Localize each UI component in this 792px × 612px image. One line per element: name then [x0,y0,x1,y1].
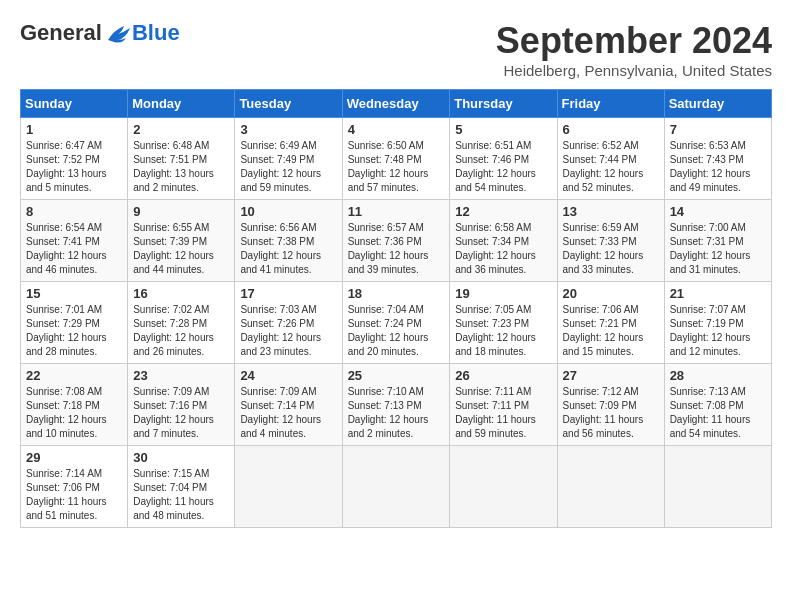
day-number: 18 [348,286,445,301]
day-info: Sunrise: 6:51 AM Sunset: 7:46 PM Dayligh… [455,139,551,195]
calendar-cell: 30Sunrise: 7:15 AM Sunset: 7:04 PM Dayli… [128,446,235,528]
day-number: 13 [563,204,659,219]
day-number: 30 [133,450,229,465]
day-info: Sunrise: 6:56 AM Sunset: 7:38 PM Dayligh… [240,221,336,277]
calendar-cell: 26Sunrise: 7:11 AM Sunset: 7:11 PM Dayli… [450,364,557,446]
day-info: Sunrise: 7:15 AM Sunset: 7:04 PM Dayligh… [133,467,229,523]
col-header-monday: Monday [128,90,235,118]
calendar-header-row: SundayMondayTuesdayWednesdayThursdayFrid… [21,90,772,118]
calendar-cell: 23Sunrise: 7:09 AM Sunset: 7:16 PM Dayli… [128,364,235,446]
day-info: Sunrise: 6:53 AM Sunset: 7:43 PM Dayligh… [670,139,766,195]
calendar-cell: 2Sunrise: 6:48 AM Sunset: 7:51 PM Daylig… [128,118,235,200]
day-info: Sunrise: 7:04 AM Sunset: 7:24 PM Dayligh… [348,303,445,359]
calendar-cell: 28Sunrise: 7:13 AM Sunset: 7:08 PM Dayli… [664,364,771,446]
page-header: General Blue September 2024 Heidelberg, … [20,20,772,79]
calendar-cell: 5Sunrise: 6:51 AM Sunset: 7:46 PM Daylig… [450,118,557,200]
calendar-cell [235,446,342,528]
day-number: 22 [26,368,122,383]
day-info: Sunrise: 6:58 AM Sunset: 7:34 PM Dayligh… [455,221,551,277]
calendar-table: SundayMondayTuesdayWednesdayThursdayFrid… [20,89,772,528]
day-info: Sunrise: 7:07 AM Sunset: 7:19 PM Dayligh… [670,303,766,359]
col-header-thursday: Thursday [450,90,557,118]
day-number: 21 [670,286,766,301]
day-info: Sunrise: 6:52 AM Sunset: 7:44 PM Dayligh… [563,139,659,195]
calendar-cell: 27Sunrise: 7:12 AM Sunset: 7:09 PM Dayli… [557,364,664,446]
calendar-cell [664,446,771,528]
calendar-cell: 11Sunrise: 6:57 AM Sunset: 7:36 PM Dayli… [342,200,450,282]
col-header-sunday: Sunday [21,90,128,118]
calendar-cell [557,446,664,528]
day-info: Sunrise: 7:03 AM Sunset: 7:26 PM Dayligh… [240,303,336,359]
day-number: 4 [348,122,445,137]
calendar-cell [342,446,450,528]
day-number: 2 [133,122,229,137]
day-info: Sunrise: 7:09 AM Sunset: 7:16 PM Dayligh… [133,385,229,441]
day-info: Sunrise: 7:08 AM Sunset: 7:18 PM Dayligh… [26,385,122,441]
day-number: 19 [455,286,551,301]
day-number: 6 [563,122,659,137]
location-text: Heidelberg, Pennsylvania, United States [496,62,772,79]
day-info: Sunrise: 7:00 AM Sunset: 7:31 PM Dayligh… [670,221,766,277]
calendar-week-row: 22Sunrise: 7:08 AM Sunset: 7:18 PM Dayli… [21,364,772,446]
calendar-cell: 16Sunrise: 7:02 AM Sunset: 7:28 PM Dayli… [128,282,235,364]
day-number: 15 [26,286,122,301]
calendar-cell: 15Sunrise: 7:01 AM Sunset: 7:29 PM Dayli… [21,282,128,364]
day-number: 14 [670,204,766,219]
calendar-cell: 3Sunrise: 6:49 AM Sunset: 7:49 PM Daylig… [235,118,342,200]
day-info: Sunrise: 6:57 AM Sunset: 7:36 PM Dayligh… [348,221,445,277]
calendar-cell: 6Sunrise: 6:52 AM Sunset: 7:44 PM Daylig… [557,118,664,200]
day-number: 7 [670,122,766,137]
logo-blue-text: Blue [132,20,180,46]
calendar-cell: 20Sunrise: 7:06 AM Sunset: 7:21 PM Dayli… [557,282,664,364]
day-number: 25 [348,368,445,383]
day-info: Sunrise: 6:54 AM Sunset: 7:41 PM Dayligh… [26,221,122,277]
day-info: Sunrise: 7:12 AM Sunset: 7:09 PM Dayligh… [563,385,659,441]
day-number: 27 [563,368,659,383]
calendar-cell: 18Sunrise: 7:04 AM Sunset: 7:24 PM Dayli… [342,282,450,364]
day-info: Sunrise: 7:02 AM Sunset: 7:28 PM Dayligh… [133,303,229,359]
calendar-cell: 10Sunrise: 6:56 AM Sunset: 7:38 PM Dayli… [235,200,342,282]
day-info: Sunrise: 7:06 AM Sunset: 7:21 PM Dayligh… [563,303,659,359]
day-number: 1 [26,122,122,137]
day-info: Sunrise: 7:10 AM Sunset: 7:13 PM Dayligh… [348,385,445,441]
calendar-week-row: 1Sunrise: 6:47 AM Sunset: 7:52 PM Daylig… [21,118,772,200]
day-number: 10 [240,204,336,219]
calendar-cell: 7Sunrise: 6:53 AM Sunset: 7:43 PM Daylig… [664,118,771,200]
day-number: 5 [455,122,551,137]
calendar-cell: 13Sunrise: 6:59 AM Sunset: 7:33 PM Dayli… [557,200,664,282]
calendar-cell: 12Sunrise: 6:58 AM Sunset: 7:34 PM Dayli… [450,200,557,282]
calendar-cell [450,446,557,528]
day-number: 8 [26,204,122,219]
day-number: 28 [670,368,766,383]
calendar-cell: 25Sunrise: 7:10 AM Sunset: 7:13 PM Dayli… [342,364,450,446]
day-info: Sunrise: 6:59 AM Sunset: 7:33 PM Dayligh… [563,221,659,277]
day-info: Sunrise: 7:09 AM Sunset: 7:14 PM Dayligh… [240,385,336,441]
day-info: Sunrise: 7:13 AM Sunset: 7:08 PM Dayligh… [670,385,766,441]
day-info: Sunrise: 7:11 AM Sunset: 7:11 PM Dayligh… [455,385,551,441]
col-header-tuesday: Tuesday [235,90,342,118]
day-number: 11 [348,204,445,219]
day-number: 9 [133,204,229,219]
day-number: 26 [455,368,551,383]
calendar-week-row: 29Sunrise: 7:14 AM Sunset: 7:06 PM Dayli… [21,446,772,528]
calendar-cell: 29Sunrise: 7:14 AM Sunset: 7:06 PM Dayli… [21,446,128,528]
calendar-cell: 19Sunrise: 7:05 AM Sunset: 7:23 PM Dayli… [450,282,557,364]
title-section: September 2024 Heidelberg, Pennsylvania,… [496,20,772,79]
day-number: 20 [563,286,659,301]
day-info: Sunrise: 6:48 AM Sunset: 7:51 PM Dayligh… [133,139,229,195]
calendar-cell: 9Sunrise: 6:55 AM Sunset: 7:39 PM Daylig… [128,200,235,282]
day-info: Sunrise: 7:05 AM Sunset: 7:23 PM Dayligh… [455,303,551,359]
calendar-cell: 17Sunrise: 7:03 AM Sunset: 7:26 PM Dayli… [235,282,342,364]
logo-general-text: General [20,20,102,46]
day-info: Sunrise: 7:01 AM Sunset: 7:29 PM Dayligh… [26,303,122,359]
day-info: Sunrise: 7:14 AM Sunset: 7:06 PM Dayligh… [26,467,122,523]
day-info: Sunrise: 6:49 AM Sunset: 7:49 PM Dayligh… [240,139,336,195]
col-header-saturday: Saturday [664,90,771,118]
day-number: 29 [26,450,122,465]
logo: General Blue [20,20,180,46]
day-number: 3 [240,122,336,137]
day-info: Sunrise: 6:50 AM Sunset: 7:48 PM Dayligh… [348,139,445,195]
day-number: 24 [240,368,336,383]
calendar-cell: 1Sunrise: 6:47 AM Sunset: 7:52 PM Daylig… [21,118,128,200]
col-header-friday: Friday [557,90,664,118]
